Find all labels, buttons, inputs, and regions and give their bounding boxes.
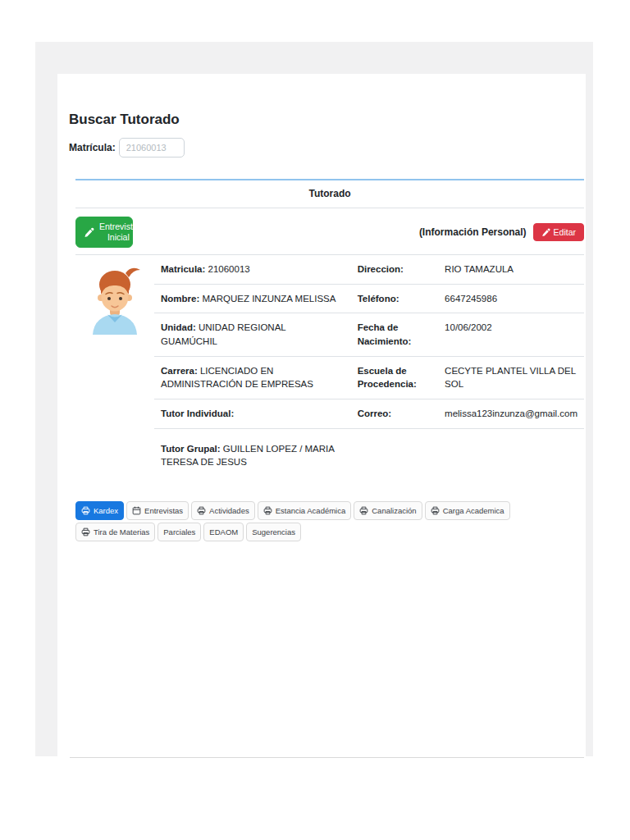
field-direccion-value: RIO TAMAZULA (438, 255, 584, 285)
info-personal-label: (Información Personal) (419, 226, 527, 238)
tutorado-section: Tutorado Entrevista Inicial (Información… (75, 179, 584, 541)
avatar-cell (75, 255, 154, 357)
tab-label: Carga Academica (443, 506, 504, 515)
field-tutor-grupal: Tutor Grupal: GUILLEN LOPEZ / MARIA TERE… (154, 428, 351, 477)
tab-bar: Kardex Entrevistas Actividades Estancia … (75, 501, 589, 541)
editar-button[interactable]: Editar (533, 223, 584, 241)
table-row: Tutor Grupal: GUILLEN LOPEZ / MARIA TERE… (75, 428, 584, 477)
tab-label: Parciales (163, 527, 195, 536)
matricula-label: Matrícula: (69, 142, 116, 153)
field-telefono-value: 6647245986 (438, 284, 584, 313)
field-correo-value: melissa123inzunza@gmail.com (438, 399, 584, 429)
bottom-divider (70, 757, 584, 758)
tab-entrevistas[interactable]: Entrevistas (126, 501, 189, 520)
field-unidad: Unidad: UNIDAD REGIONAL GUAMÚCHIL (154, 313, 351, 356)
tutorado-card: Buscar Tutorado Matrícula: Tutorado Entr… (57, 74, 586, 756)
right-actions: (Información Personal) Editar (419, 223, 584, 241)
entrevista-inicial-button[interactable]: Entrevista Inicial (75, 217, 133, 248)
tab-canalizacion[interactable]: Canalización (354, 501, 422, 520)
field-nombre: Nombre: MARQUEZ INZUNZA MELISSA (154, 284, 351, 313)
avatar (82, 262, 148, 335)
empty-cell (438, 428, 584, 477)
tab-carga-academica[interactable]: Carga Academica (425, 501, 510, 520)
pencil-icon (84, 227, 94, 238)
spacer-cell (75, 428, 154, 477)
tab-label: Sugerencias (252, 527, 295, 536)
table-row: Matricula: 21060013 Direccion: RIO TAMAZ… (75, 255, 584, 285)
field-tutor-individual: Tutor Individual: (154, 399, 351, 429)
field-label: Tutor Individual: (161, 409, 234, 418)
editar-label: Editar (554, 227, 576, 237)
content-background: Buscar Tutorado Matrícula: Tutorado Entr… (35, 42, 593, 756)
tab-actividades[interactable]: Actividades (191, 501, 255, 520)
tab-sugerencias[interactable]: Sugerencias (246, 523, 301, 541)
tab-parciales[interactable]: Parciales (158, 523, 201, 541)
calendar-icon (132, 506, 141, 515)
tab-edaom[interactable]: EDAOM (203, 523, 244, 541)
field-fecha-nacimiento-value: 10/06/2002 (438, 313, 584, 356)
tab-label: Estancia Académica (276, 506, 346, 515)
matricula-search-row: Matrícula: (69, 138, 582, 158)
printer-icon (431, 506, 440, 515)
student-info-table: Matricula: 21060013 Direccion: RIO TAMAZ… (75, 254, 584, 477)
printer-icon (359, 506, 368, 515)
printer-icon (81, 527, 90, 536)
printer-icon (263, 506, 272, 515)
field-label: Carrera: (161, 366, 198, 376)
table-row: Carrera: LICENCIADO EN ADMINISTRACIÓN DE… (75, 356, 584, 399)
pencil-icon (541, 228, 550, 237)
tab-label: Actividades (209, 506, 249, 515)
field-carrera: Carrera: LICENCIADO EN ADMINISTRACIÓN DE… (154, 356, 351, 399)
tab-label: EDAOM (209, 527, 238, 536)
page-title: Buscar Tutorado (69, 112, 582, 128)
section-title: Tutorado (75, 179, 584, 208)
field-telefono-label: Teléfono: (351, 284, 438, 313)
empty-cell (351, 428, 438, 477)
spacer-cell (75, 356, 154, 399)
field-escuela-value: CECYTE PLANTEL VILLA DEL SOL (438, 356, 584, 399)
tab-label: Entrevistas (144, 506, 183, 515)
tab-tira-de-materias[interactable]: Tira de Materias (75, 523, 155, 541)
field-matricula: Matricula: 21060013 (154, 255, 351, 285)
field-value: 21060013 (205, 264, 249, 274)
tab-kardex[interactable]: Kardex (75, 501, 124, 520)
tab-label: Canalización (372, 506, 416, 515)
field-fecha-nacimiento-label: Fecha de Nacimiento: (351, 313, 438, 356)
field-label: Tutor Grupal: (161, 444, 221, 454)
field-escuela-label: Escuela de Procedencia: (351, 356, 438, 399)
field-label: Nombre: (161, 294, 199, 304)
spacer-cell (75, 399, 154, 429)
field-correo-label: Correo: (351, 399, 438, 429)
printer-icon (81, 506, 90, 515)
field-label: Unidad: (161, 322, 196, 332)
field-label: Matricula: (161, 264, 205, 274)
printer-icon (197, 506, 206, 515)
entrevista-inicial-label: Entrevista Inicial (99, 221, 138, 243)
table-row: Tutor Individual: Correo: melissa123inzu… (75, 399, 584, 429)
field-direccion-label: Direccion: (351, 255, 438, 285)
actions-row: Entrevista Inicial (Información Personal… (75, 208, 584, 254)
field-value: MARQUEZ INZUNZA MELISSA (199, 294, 336, 304)
matricula-input[interactable] (119, 138, 185, 158)
tab-label: Kardex (94, 506, 118, 515)
tab-label: Tira de Materias (94, 527, 149, 536)
tab-estancia-academica[interactable]: Estancia Académica (258, 501, 352, 520)
